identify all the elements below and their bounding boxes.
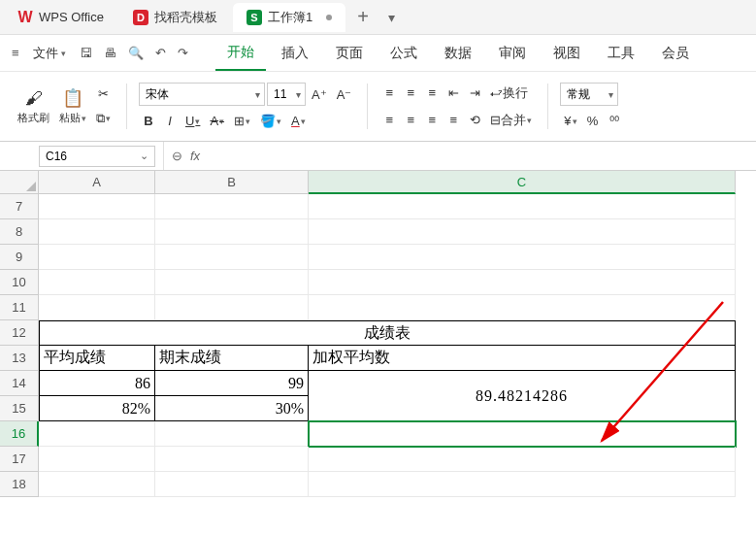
format-painter-button[interactable]: 🖌 格式刷 [14, 85, 53, 127]
cell-a18[interactable] [39, 472, 155, 497]
redo-icon[interactable]: ↷ [174, 42, 192, 64]
cell-b17[interactable] [155, 447, 309, 472]
row-header-8[interactable]: 8 [0, 219, 39, 245]
tab-review[interactable]: 审阅 [487, 37, 538, 70]
cell-b16[interactable] [155, 421, 309, 447]
cancel-formula-icon[interactable]: ⊖ [172, 149, 182, 163]
cell-a16[interactable] [39, 421, 155, 447]
row-header-12[interactable]: 12 [0, 320, 39, 346]
cell-b13[interactable]: 期末成绩 [155, 346, 309, 371]
align-middle-button[interactable]: ≡ [401, 84, 420, 102]
cell-b14[interactable]: 99 [155, 371, 309, 396]
tab-menu-button[interactable]: ▾ [378, 10, 405, 25]
increase-indent-button[interactable]: ⇥ [465, 84, 484, 102]
align-right-button[interactable]: ≡ [422, 111, 442, 129]
new-tab-button[interactable]: + [347, 6, 378, 28]
spreadsheet-grid[interactable]: A B C 789101112131415161718 成绩表平均成绩期末成绩加… [0, 171, 756, 535]
tab-page[interactable]: 页面 [324, 37, 375, 70]
workbook-tab[interactable]: S 工作簿1 [233, 3, 345, 32]
increase-font-button[interactable]: A⁺ [308, 85, 331, 104]
cell-b8[interactable] [155, 219, 309, 245]
tab-formula[interactable]: 公式 [378, 37, 429, 70]
template-tab[interactable]: D 找稻壳模板 [119, 3, 231, 32]
paste-button[interactable]: 📋 粘贴▾ [55, 85, 90, 127]
cell-c9[interactable] [309, 245, 736, 270]
strikethrough-button[interactable]: A▾ [206, 112, 228, 130]
border-button[interactable]: ⊞▾ [230, 112, 254, 130]
cell-title[interactable]: 成绩表 [39, 320, 736, 346]
undo-icon[interactable]: ↶ [151, 42, 170, 64]
tab-insert[interactable]: 插入 [270, 37, 320, 70]
row-header-7[interactable]: 7 [0, 194, 39, 219]
cell-a17[interactable] [39, 447, 155, 472]
percent-button[interactable]: % [583, 112, 603, 130]
decrease-font-button[interactable]: A⁻ [333, 85, 356, 104]
app-tab[interactable]: W WPS Office [4, 4, 117, 31]
font-size-select[interactable]: 11 [267, 83, 306, 106]
italic-button[interactable]: I [160, 112, 180, 130]
decrease-indent-button[interactable]: ⇤ [444, 84, 463, 102]
cell-a10[interactable] [39, 270, 155, 295]
fx-icon[interactable]: fx [190, 149, 200, 163]
cell-c11[interactable] [309, 295, 736, 320]
print-icon[interactable]: 🖶 [100, 42, 120, 64]
row-header-18[interactable]: 18 [0, 472, 39, 497]
menu-hamburger-icon[interactable]: ≡ [8, 42, 23, 64]
row-header-10[interactable]: 10 [0, 270, 39, 295]
merge-button[interactable]: ⊟合并▾ [486, 110, 536, 131]
currency-button[interactable]: ¥▾ [560, 112, 580, 130]
cell-b7[interactable] [155, 194, 309, 219]
font-color-button[interactable]: A▾ [287, 112, 310, 130]
row-header-15[interactable]: 15 [0, 396, 39, 421]
tab-tools[interactable]: 工具 [596, 37, 646, 70]
cell-c10[interactable] [309, 270, 736, 295]
row-header-17[interactable]: 17 [0, 447, 39, 472]
tab-member[interactable]: 会员 [650, 37, 701, 70]
cell-a13[interactable]: 平均成绩 [39, 346, 155, 371]
cell-b10[interactable] [155, 270, 309, 295]
comma-button[interactable]: ⁰⁰ [605, 112, 624, 130]
cell-a7[interactable] [39, 194, 155, 219]
cell-a11[interactable] [39, 295, 155, 320]
justify-button[interactable]: ≡ [444, 111, 463, 129]
cell-c7[interactable] [309, 194, 736, 219]
cell-c17[interactable] [309, 447, 736, 472]
underline-button[interactable]: U▾ [181, 112, 204, 130]
align-top-button[interactable]: ≡ [379, 84, 399, 102]
formula-input[interactable] [208, 142, 748, 170]
cell-a9[interactable] [39, 245, 155, 270]
bold-button[interactable]: B [139, 112, 158, 130]
select-all-corner[interactable] [0, 171, 39, 194]
align-center-button[interactable]: ≡ [401, 111, 420, 129]
cell-c18[interactable] [309, 472, 736, 497]
row-header-11[interactable]: 11 [0, 295, 39, 320]
cell-b11[interactable] [155, 295, 309, 320]
align-left-button[interactable]: ≡ [379, 111, 399, 129]
cut-button[interactable]: ✂ [92, 84, 115, 103]
file-menu[interactable]: 文件▾ [27, 41, 72, 66]
cell-c13[interactable]: 加权平均数 [309, 346, 736, 371]
row-header-9[interactable]: 9 [0, 245, 39, 270]
cell-b18[interactable] [155, 472, 309, 497]
cell-a14[interactable]: 86 [39, 371, 155, 396]
col-header-c[interactable]: C [309, 171, 736, 194]
copy-button[interactable]: ⧉▾ [92, 109, 115, 128]
align-bottom-button[interactable]: ≡ [422, 84, 442, 102]
cell-c14-15[interactable]: 89.48214286 [309, 371, 736, 421]
cell-b9[interactable] [155, 245, 309, 270]
cell-b15[interactable]: 30% [155, 396, 309, 421]
fill-color-button[interactable]: 🪣▾ [256, 112, 285, 130]
cell-c16[interactable] [309, 421, 736, 447]
wrap-text-button[interactable]: ⮐换行 [486, 83, 532, 104]
name-box[interactable]: C16 [39, 146, 155, 167]
tab-data[interactable]: 数据 [433, 37, 483, 70]
cell-a8[interactable] [39, 219, 155, 245]
col-header-b[interactable]: B [155, 171, 309, 194]
row-header-13[interactable]: 13 [0, 346, 39, 371]
cell-a15[interactable]: 82% [39, 396, 155, 421]
tab-view[interactable]: 视图 [542, 37, 592, 70]
cell-c8[interactable] [309, 219, 736, 245]
col-header-a[interactable]: A [39, 171, 155, 194]
orientation-button[interactable]: ⟲ [465, 111, 484, 129]
number-format-select[interactable]: 常规 [560, 83, 618, 106]
